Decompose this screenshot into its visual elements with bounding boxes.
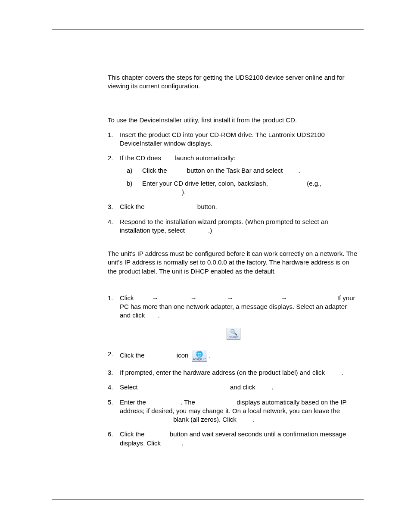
- assign-step-2: 2. Click the icon 🌐Assign IP.: [108, 350, 359, 362]
- step-text: If prompted, enter the hardware address …: [120, 369, 343, 376]
- list-number: 3.: [108, 368, 113, 377]
- assign-steps: 1. Click →→→→ If your PC has more than o…: [108, 294, 359, 320]
- list-number: 2.: [108, 154, 113, 162]
- assign-ip-toolbar-icon: 🌐Assign IP: [192, 350, 207, 362]
- step-text: Respond to the installation wizard promp…: [120, 218, 328, 234]
- assign-step-1: 1. Click →→→→ If your PC has more than o…: [108, 294, 359, 320]
- list-number: 5.: [108, 398, 113, 407]
- step-text: Click →→→→ If your PC has more than one …: [120, 294, 355, 319]
- list-number: 4.: [108, 383, 113, 392]
- globe-icon: 🌐: [192, 350, 207, 358]
- step-text: Click the button.: [120, 203, 217, 210]
- document-page: This chapter covers the steps for gettin…: [0, 0, 411, 532]
- install-step-2a: a) Click the button on the Task Bar and …: [120, 166, 359, 175]
- install-step-2: 2. If the CD does launch automatically: …: [108, 154, 359, 196]
- magnifier-icon: 🔍: [227, 328, 240, 336]
- assign-step-6: 6. Click the button and wait several sec…: [108, 430, 359, 448]
- assign-steps-cont: 2. Click the icon 🌐Assign IP. 3. If prom…: [108, 350, 359, 448]
- install-step-1: 1. Insert the product CD into your CD-RO…: [108, 131, 359, 148]
- footer-rule: [52, 499, 364, 500]
- assign-step-3: 3. If prompted, enter the hardware addre…: [108, 368, 359, 377]
- arrow-icon: →: [151, 294, 159, 302]
- assign-intro: The unit's IP address must be configured…: [108, 249, 359, 276]
- list-number: 1.: [108, 294, 113, 302]
- list-letter: b): [127, 179, 132, 188]
- install-intro: To use the DeviceInstaller utility, firs…: [108, 116, 359, 124]
- list-number: 1.: [108, 131, 113, 139]
- step-text: If the CD does launch automatically:: [120, 154, 235, 162]
- assign-step-4: 4. Select and click .: [108, 383, 359, 392]
- arrow-icon: →: [226, 294, 234, 302]
- list-number: 2.: [108, 350, 113, 358]
- spacer: [108, 282, 359, 294]
- install-step-2b: b) Enter your CD drive letter, colon, ba…: [120, 179, 359, 197]
- substep-text: Click the button on the Task Bar and sel…: [142, 167, 300, 174]
- arrow-icon: →: [280, 294, 288, 302]
- install-step-3: 3. Click the button.: [108, 202, 359, 211]
- icon-caption: Search: [229, 336, 238, 339]
- substep-text: Enter your CD drive letter, colon, backs…: [142, 180, 321, 196]
- icon-caption: Assign IP: [193, 358, 206, 361]
- chapter-intro: This chapter covers the steps for gettin…: [108, 73, 359, 91]
- list-number: 4.: [108, 218, 113, 226]
- step-text: Click the button and wait several second…: [120, 430, 346, 446]
- list-number: 6.: [108, 430, 113, 439]
- assign-step-5: 5. Enter the . The displays automaticall…: [108, 398, 359, 424]
- step-text: Select and click .: [120, 383, 274, 391]
- assign-ip-icon-inline: 🌐Assign IP: [192, 350, 207, 362]
- install-steps: 1. Insert the product CD into your CD-RO…: [108, 131, 359, 235]
- arrow-icon: →: [190, 294, 198, 302]
- search-toolbar-icon: 🔍 Search: [227, 328, 240, 340]
- install-substeps: a) Click the button on the Task Bar and …: [120, 166, 359, 197]
- header-rule: [52, 29, 364, 30]
- step-text: Insert the product CD into your CD-ROM d…: [120, 131, 325, 147]
- install-step-4: 4. Respond to the installation wizard pr…: [108, 218, 359, 235]
- step-text: Click the icon 🌐Assign IP.: [120, 352, 210, 359]
- search-icon-figure: 🔍 Search: [108, 328, 359, 340]
- wrapped-line: blank (all zeros). Click .: [120, 415, 359, 424]
- page-content: This chapter covers the steps for gettin…: [108, 73, 359, 448]
- list-number: 3.: [108, 202, 113, 211]
- step-text: Enter the . The displays automatically b…: [120, 398, 359, 424]
- list-letter: a): [127, 166, 132, 175]
